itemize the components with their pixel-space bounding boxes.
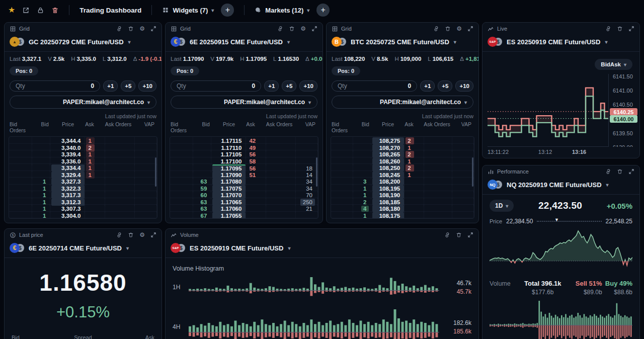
book-row[interactable]: 1.1710058 [170,157,318,164]
qty-input[interactable]: Qty0 [171,80,261,92]
qty-plus-1-button[interactable]: +1 [420,80,435,92]
book-row[interactable]: 1108,175 [331,212,474,219]
qty-plus-10-button[interactable]: +10 [455,80,473,92]
instrument-selector[interactable]: €$ 6E 20250915 CME Future/USD ▾ [166,35,323,52]
link-icon[interactable] [116,232,122,238]
instrument-selector[interactable]: S&P$ ES 20250919 CME Future/USD ▾ [166,241,478,258]
instrument-selector[interactable]: S&P$ ES 20250919 CME Future/USD ▾ [482,35,639,52]
price-cell[interactable]: 3,304.0 [50,212,85,219]
delete-widget-icon[interactable] [456,232,462,238]
instrument-selector[interactable]: ▲$ GC 20250729 CME Future/USD ▾ [5,35,162,52]
trash-icon[interactable] [51,7,59,14]
link-icon[interactable] [605,168,611,175]
delete-widget-icon[interactable] [617,26,623,32]
link-icon[interactable] [605,26,611,32]
delete-widget-icon[interactable] [445,26,451,32]
instrument-selector[interactable]: €$ 6E 20250714 CME Future/USD ▾ [5,241,162,258]
delete-widget-icon[interactable] [128,26,134,32]
expand-icon[interactable] [628,168,634,175]
bid-cell[interactable]: 1 [353,212,371,219]
performance-sparkline[interactable] [490,227,632,275]
book-row[interactable]: 1.170905114 [170,171,318,178]
settings-icon[interactable]: ⚙ [139,232,145,238]
live-chart-plot[interactable] [488,74,608,147]
book-row[interactable]: 3,344.41 [9,137,157,144]
favorite-icon[interactable]: ★ [8,6,15,14]
qty-plus-5-button[interactable]: +5 [282,80,296,92]
book-row[interactable]: 1.1710556 [170,150,318,157]
book-row[interactable]: 631.1708034 [170,178,318,185]
account-selector[interactable]: PAPER:mikael@architect.co▾ [332,96,473,109]
book-row[interactable]: 13,317.3 [9,191,157,198]
qty-plus-10-button[interactable]: +10 [299,80,317,92]
book-row[interactable]: 108,2752 [331,137,474,144]
book-row[interactable]: 13,327.3 [9,178,157,185]
book-row[interactable]: 13,312.3 [9,198,157,205]
book-row[interactable]: 3,336.01 [9,157,157,164]
expand-icon[interactable] [150,232,156,238]
book-row[interactable]: 4108,180 [331,205,474,212]
book-row[interactable]: 108,2502 [331,164,474,171]
widget-header[interactable]: Performance [482,165,639,178]
price-cell[interactable]: 108,175 [371,212,405,219]
settings-icon[interactable]: ⚙ [456,26,462,32]
lock-icon[interactable] [37,7,44,14]
external-link-icon[interactable] [22,7,30,14]
order-book[interactable]: 3,344.413,340.023,339.413,336.013,334.41… [9,136,157,219]
book-row[interactable]: 108,2601 [331,157,474,164]
delete-widget-icon[interactable] [128,232,134,238]
book-row[interactable]: 671.17055 [170,212,318,219]
expand-icon[interactable] [311,26,317,32]
delete-widget-icon[interactable] [617,168,623,175]
book-row[interactable]: 631.1706021 [170,205,318,212]
book-row[interactable]: 3,340.02 [9,144,157,151]
book-row[interactable]: 601.1707070 [170,191,318,198]
link-icon[interactable] [444,232,450,238]
range-track[interactable]: ▼ [537,221,601,222]
book-row[interactable]: 3,329.41 [9,171,157,178]
markets-menu[interactable]: Markets (12) ▾ [255,7,309,14]
book-row[interactable]: 1.1711542 [170,137,318,144]
book-row[interactable]: 1.170955618 [170,164,318,171]
widget-header[interactable]: Grid ⚙ [327,23,478,35]
buy-sell-histogram[interactable] [490,301,632,339]
book-row[interactable]: 1108,195 [331,185,474,192]
bid-cell[interactable]: 67 [193,212,212,219]
book-row[interactable]: 631.17065250 [170,198,318,205]
widgets-menu[interactable]: Widgets (7) ▾ [162,7,214,14]
book-row[interactable]: 13,304.0 [9,212,157,219]
link-icon[interactable] [433,26,439,32]
ask-cell[interactable] [85,212,105,219]
widget-header[interactable]: Volume [166,229,478,241]
settings-icon[interactable]: ⚙ [300,26,306,32]
account-selector[interactable]: PAPER:mikael@architect.co▾ [10,96,156,109]
order-book[interactable]: 1.17115421.17110491.17105561.17100581.17… [170,136,318,219]
link-icon[interactable] [277,26,283,32]
chart-mode-selector[interactable]: BidAsk▾ [595,59,632,70]
book-row[interactable]: 591.1707534 [170,185,318,192]
book-row[interactable]: 108,2701 [331,144,474,151]
bid-cell[interactable]: 1 [32,212,51,219]
expand-icon[interactable] [150,26,156,32]
order-book[interactable]: 108,2752108,2701108,2652108,2601108,2502… [331,136,474,219]
expand-icon[interactable] [467,26,473,32]
delete-widget-icon[interactable] [289,26,295,32]
widget-header[interactable]: Live [482,23,639,35]
widget-header[interactable]: Grid ⚙ [166,23,323,35]
book-row[interactable]: 3,334.41 [9,164,157,171]
qty-input[interactable]: Qty0 [332,80,417,92]
volume-histogram-4h[interactable] [189,309,439,339]
period-selector[interactable]: 1D▾ [490,200,514,212]
widget-header[interactable]: Grid ⚙ [5,23,162,35]
book-row[interactable]: 13,307.3 [9,205,157,212]
qty-plus-1-button[interactable]: +1 [103,80,118,92]
book-row[interactable]: 3108,200 [331,178,474,185]
price-cell[interactable]: 1.17055 [211,212,246,219]
book-row[interactable]: 108,2652 [331,150,474,157]
book-row[interactable]: 1108,190 [331,191,474,198]
link-icon[interactable] [116,26,122,32]
qty-plus-1-button[interactable]: +1 [264,80,279,92]
book-row[interactable]: 13,322.3 [9,185,157,192]
expand-icon[interactable] [628,26,634,32]
book-row[interactable]: 1.1711049 [170,144,318,151]
